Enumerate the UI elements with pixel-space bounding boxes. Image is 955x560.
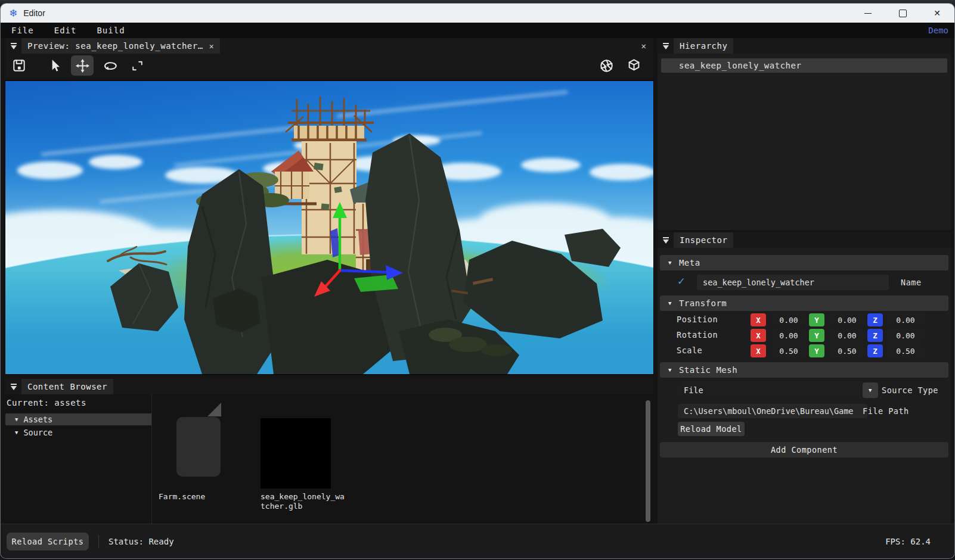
content-browser-tabbar: Content Browser: [5, 379, 653, 394]
scale-tool-button[interactable]: [126, 55, 148, 76]
axis-x-badge: X: [751, 329, 766, 342]
section-label: Static Mesh: [679, 365, 737, 375]
screen: ❄ Editor ✕ File Edit Build Demo Preview:…: [0, 0, 955, 560]
caret-down-icon: ▼: [668, 367, 672, 373]
rotation-x-field[interactable]: 0.00: [770, 329, 808, 342]
filter-icon[interactable]: [10, 42, 18, 50]
axis-x-badge: X: [751, 344, 766, 357]
source-type-select[interactable]: File: [678, 382, 867, 398]
hierarchy-tabbar: Hierarchy: [658, 38, 951, 54]
rotate-tool-button[interactable]: [98, 55, 121, 76]
scale-y-field[interactable]: 0.50: [828, 344, 866, 357]
rotation-z-field[interactable]: 0.00: [886, 329, 925, 342]
add-component-button[interactable]: Add Component: [660, 442, 948, 458]
tab-content-browser[interactable]: Content Browser: [21, 379, 113, 394]
filter-icon[interactable]: [662, 237, 670, 244]
position-x-field[interactable]: 0.00: [770, 313, 808, 326]
menu-build[interactable]: Build: [86, 26, 135, 35]
scale-x-field[interactable]: 0.50: [770, 344, 808, 357]
caret-down-icon[interactable]: ▼: [15, 416, 18, 422]
app-snowflake-icon: ❄: [9, 7, 17, 20]
viewport-toolbar: [5, 54, 653, 77]
inspector-tab-label: Inspector: [680, 235, 727, 245]
save-icon: [11, 58, 27, 73]
tree-item-source[interactable]: ▼ Source: [5, 427, 152, 438]
model-thumbnail: [261, 418, 331, 489]
caret-down-icon: ▼: [869, 387, 872, 393]
section-label: Meta: [679, 258, 700, 267]
caret-down-icon[interactable]: ▼: [15, 430, 18, 435]
hierarchy-body: sea_keep_lonely_watcher: [658, 54, 951, 230]
axis-y-badge: Y: [809, 344, 824, 357]
hierarchy-item-label: sea_keep_lonely_watcher: [679, 61, 801, 70]
position-z-field[interactable]: 0.00: [886, 313, 925, 326]
editor-window: ❄ Editor ✕ File Edit Build Demo Preview:…: [1, 4, 954, 558]
fps-counter: FPS: 62.4: [885, 537, 931, 546]
tab-preview[interactable]: Preview: sea_keep_lonely_watcher… ✕: [21, 38, 220, 54]
caret-down-icon: ▼: [668, 260, 672, 266]
viewport[interactable]: [5, 81, 653, 374]
minimize-icon: [864, 13, 872, 14]
section-header-static-mesh[interactable]: ▼ Static Mesh: [660, 362, 948, 378]
source-type-dropdown-button[interactable]: ▼: [863, 382, 878, 398]
axis-x-badge: X: [751, 313, 766, 326]
close-window-button[interactable]: ✕: [920, 4, 954, 23]
axis-y-badge: Y: [809, 313, 824, 326]
section-header-meta[interactable]: ▼ Meta: [660, 255, 948, 270]
select-tool-button[interactable]: [44, 55, 66, 76]
tree-item-label: Source: [23, 428, 52, 437]
move-icon: [75, 58, 91, 74]
inspector-tabbar: Inspector: [658, 232, 951, 248]
enabled-checkbox[interactable]: ✓: [678, 274, 684, 287]
app-title: Editor: [23, 8, 45, 18]
move-tool-button[interactable]: [71, 55, 94, 76]
camera-capture-button[interactable]: [595, 55, 618, 76]
tab-inspector[interactable]: Inspector: [674, 232, 733, 248]
maximize-icon: [899, 10, 907, 17]
reload-model-button[interactable]: Reload Model: [678, 422, 745, 436]
axis-z-badge: Z: [867, 313, 883, 326]
scene-render: [5, 81, 653, 374]
viewport-right-tools: [595, 55, 645, 76]
position-y-field[interactable]: 0.00: [828, 313, 866, 326]
file-path-label: File Path: [863, 406, 909, 416]
hierarchy-tab-label: Hierarchy: [680, 41, 727, 51]
scale-z-field[interactable]: 0.50: [886, 344, 925, 357]
aperture-icon: [599, 58, 615, 74]
asset-label: sea_keep_lonely_watcher.glb: [261, 492, 345, 511]
cube-view-button[interactable]: [622, 55, 645, 76]
maximize-button[interactable]: [885, 4, 920, 23]
cursor-icon: [47, 58, 63, 73]
rotation-y-field[interactable]: 0.00: [828, 329, 866, 342]
reload-scripts-button[interactable]: Reload Scripts: [7, 533, 89, 550]
content-browser-tab-label: Content Browser: [27, 382, 107, 391]
menubar: File Edit Build Demo: [1, 23, 954, 38]
preview-panel-close-icon[interactable]: ✕: [641, 41, 646, 51]
titlebar: ❄ Editor ✕: [1, 4, 954, 23]
hierarchy-item-sea-keep[interactable]: sea_keep_lonely_watcher: [661, 58, 947, 73]
menu-file[interactable]: File: [1, 26, 44, 35]
asset-label: Farm.scene: [159, 492, 243, 502]
scale-icon: [130, 58, 145, 73]
filter-icon[interactable]: [662, 42, 670, 50]
name-field-value: sea_keep_lonely_watcher: [703, 278, 814, 287]
content-browser-scrollbar[interactable]: [646, 400, 650, 522]
save-button[interactable]: [8, 55, 30, 76]
minimize-button[interactable]: [851, 4, 885, 23]
close-icon: ✕: [934, 8, 941, 18]
name-label: Name: [901, 278, 922, 287]
tab-hierarchy[interactable]: Hierarchy: [674, 38, 733, 54]
status-divider: [98, 535, 99, 548]
file-path-field[interactable]: C:\Users\mboul\OneDrive\Bureau\Game: [678, 404, 867, 418]
row-label-scale: Scale: [677, 346, 702, 355]
source-type-value: File: [684, 385, 703, 395]
tab-close-icon[interactable]: ✕: [209, 42, 214, 51]
menu-edit[interactable]: Edit: [44, 26, 87, 35]
filter-icon[interactable]: [10, 383, 18, 391]
tree-divider: [151, 394, 152, 528]
section-header-transform[interactable]: ▼ Transform: [660, 295, 948, 311]
section-label: Transform: [679, 298, 727, 308]
preview-tab-label: Preview: sea_keep_lonely_watcher…: [27, 41, 203, 51]
name-field[interactable]: sea_keep_lonely_watcher: [697, 275, 889, 290]
tree-item-assets[interactable]: ▼ Assets: [5, 413, 152, 425]
